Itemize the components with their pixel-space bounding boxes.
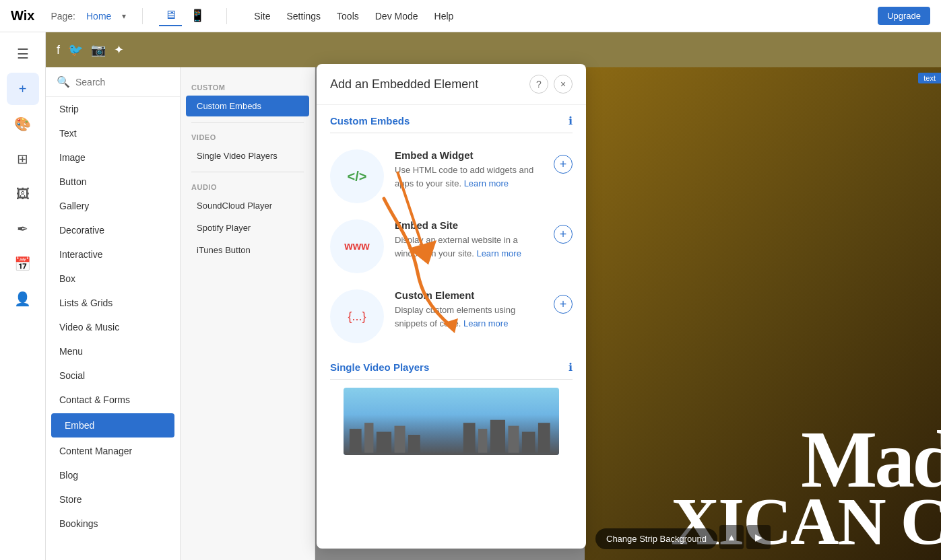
panel-item-video[interactable]: Video & Music — [46, 315, 180, 339]
video-info-icon[interactable]: ℹ — [569, 361, 573, 374]
add-elements-button[interactable]: + — [7, 73, 39, 105]
panel-item-image[interactable]: Image — [46, 145, 180, 170]
user-icon: 👤 — [14, 291, 31, 307]
strip-arrow-right[interactable]: ▶ — [746, 525, 771, 549]
nav-help[interactable]: Help — [434, 11, 454, 22]
media-button[interactable]: 🖼 — [7, 178, 39, 210]
svg-rect-0 — [350, 429, 362, 453]
user-button[interactable]: 👤 — [7, 283, 39, 315]
custom-element-desc: Display custom elements using snippets o… — [395, 304, 543, 330]
subpanel-itunes[interactable]: iTunes Button — [186, 240, 309, 260]
embed-widget-learn-more[interactable]: Learn more — [464, 178, 509, 188]
panel-item-decorative[interactable]: Decorative — [46, 218, 180, 242]
panel-item-bookings[interactable]: Bookings — [46, 512, 180, 536]
custom-element-card: {...} Custom Element Display custom elem… — [317, 281, 586, 351]
svg-rect-6 — [478, 429, 487, 453]
nav-devmode[interactable]: Dev Mode — [375, 11, 418, 22]
audio-section-label: AUDIO — [181, 178, 315, 194]
embed-widget-icon-wrap: </> — [330, 149, 384, 203]
media-icon: 🖼 — [16, 186, 30, 202]
desktop-icon[interactable]: 🖥 — [159, 5, 182, 26]
city-svg — [344, 415, 559, 455]
svg-rect-8 — [508, 426, 519, 453]
embed-site-add-button[interactable]: + — [554, 225, 573, 244]
panel-item-box[interactable]: Box — [46, 267, 180, 291]
embed-widget-desc: Use HTML code to add widgets and apps to… — [395, 164, 543, 190]
panel-item-content[interactable]: Content Manager — [46, 439, 180, 463]
video-section-title: Single Video Players — [330, 361, 429, 373]
add-embedded-element-modal: Add an Embedded Element ? × Custom Embed… — [317, 64, 586, 549]
svg-rect-7 — [490, 420, 505, 453]
blog-button[interactable]: ✒ — [7, 213, 39, 245]
upgrade-button[interactable]: Upgrade — [878, 7, 930, 25]
subpanel-video-players[interactable]: Single Video Players — [186, 145, 309, 166]
svg-rect-3 — [395, 426, 405, 453]
panel-item-blog[interactable]: Blog — [46, 463, 180, 487]
panel-item-text[interactable]: Text — [46, 121, 180, 145]
custom-section-label: CUSTOM — [181, 78, 315, 94]
subpanel-spotify[interactable]: Spotify Player — [186, 217, 309, 238]
custom-embeds-info-icon[interactable]: ℹ — [569, 114, 573, 127]
svg-rect-2 — [377, 432, 391, 453]
panel-item-gallery[interactable]: Gallery — [46, 194, 180, 218]
video-thumbnail-container — [317, 388, 586, 455]
design-icon: 🎨 — [14, 116, 31, 132]
custom-element-content: Custom Element Display custom elements u… — [395, 289, 543, 330]
nav-tools[interactable]: Tools — [337, 11, 359, 22]
close-button[interactable]: × — [554, 75, 573, 94]
edit-text-badge: text — [918, 73, 941, 83]
topbar-right: Upgrade — [878, 7, 930, 25]
custom-element-add-button[interactable]: + — [554, 295, 573, 314]
custom-element-learn-more[interactable]: Learn more — [463, 318, 508, 328]
help-button[interactable]: ? — [529, 75, 548, 94]
divider2 — [226, 8, 227, 24]
nav-settings[interactable]: Settings — [286, 11, 321, 22]
embed-subpanel: CUSTOM Custom Embeds VIDEO Single Video … — [181, 67, 315, 560]
calendar-button[interactable]: 📅 — [7, 248, 39, 280]
chevron-down-icon[interactable]: ▾ — [122, 11, 126, 21]
apps-icon: ⊞ — [17, 151, 28, 167]
html-code-icon: </> — [348, 169, 367, 184]
page-label: Page: — [51, 11, 75, 22]
change-strip-background-button[interactable]: Change Strip Background — [595, 528, 717, 549]
strip-arrow-up[interactable]: ▲ — [719, 525, 744, 549]
facebook-icon[interactable]: f — [57, 43, 60, 57]
embed-site-desc: Display an external website in a window … — [395, 234, 543, 260]
topbar-nav: Site Settings Tools Dev Mode Help — [254, 11, 453, 22]
search-input[interactable] — [75, 77, 169, 88]
panel-item-store[interactable]: Store — [46, 487, 180, 512]
divider — [191, 122, 304, 123]
panel-item-strip[interactable]: Strip — [46, 97, 180, 121]
braces-icon: {...} — [348, 310, 366, 324]
video-thumbnail — [344, 388, 559, 455]
subpanel-soundcloud[interactable]: SoundCloud Player — [186, 195, 309, 216]
add-icon: + — [19, 81, 27, 97]
embed-widget-add-button[interactable]: + — [554, 155, 573, 174]
tripadvisor-icon[interactable]: ✦ — [114, 42, 124, 57]
panel-item-contact[interactable]: Contact & Forms — [46, 388, 180, 412]
page-name[interactable]: Home — [86, 11, 111, 22]
embed-widget-title: Embed a Widget — [395, 149, 543, 161]
embed-site-learn-more[interactable]: Learn more — [476, 248, 521, 258]
nav-site[interactable]: Site — [254, 11, 270, 22]
panel-item-lists[interactable]: Lists & Grids — [46, 291, 180, 315]
apps-button[interactable]: ⊞ — [7, 143, 39, 175]
panel-item-embed[interactable]: Embed — [51, 413, 174, 438]
pages-button[interactable]: ☰ — [7, 38, 39, 70]
social-row: f 🐦 📷 ✦ — [46, 32, 941, 67]
design-button[interactable]: 🎨 — [7, 108, 39, 140]
panel-item-menu[interactable]: Menu — [46, 339, 180, 363]
subpanel-custom-embeds[interactable]: Custom Embeds — [186, 96, 309, 116]
strip-arrows: ▲ ▶ — [719, 525, 771, 549]
twitter-icon[interactable]: 🐦 — [68, 42, 83, 57]
left-icon-sidebar: ☰ + 🎨 ⊞ 🖼 ✒ 📅 👤 — [0, 32, 46, 560]
panel-item-interactive[interactable]: Interactive — [46, 242, 180, 267]
svg-rect-9 — [522, 432, 536, 453]
svg-rect-1 — [364, 423, 373, 452]
panel-item-button[interactable]: Button — [46, 170, 180, 194]
panel-item-social[interactable]: Social — [46, 363, 180, 388]
modal-header-icons: ? × — [529, 75, 573, 94]
embed-site-card: www Embed a Site Display an external web… — [317, 211, 586, 281]
instagram-icon[interactable]: 📷 — [91, 42, 106, 57]
mobile-icon[interactable]: 📱 — [185, 5, 210, 27]
